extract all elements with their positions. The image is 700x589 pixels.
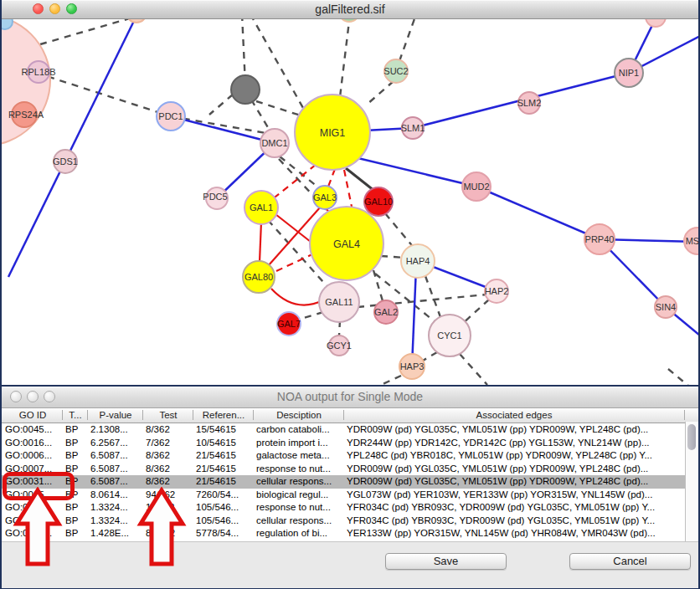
column-divider <box>253 410 254 420</box>
scrollbar-thumb[interactable] <box>687 424 696 450</box>
node-hap4[interactable]: HAP4 <box>401 244 435 278</box>
node-pdc1[interactable]: PDC1 <box>157 102 185 131</box>
cell-go-id: GO:0016... <box>5 437 64 450</box>
node-pdc5[interactable]: PDC5 <box>203 187 228 209</box>
node-slm2[interactable]: SLM2 <box>517 92 542 114</box>
vertical-scrollbar[interactable] <box>685 422 698 541</box>
node-label: GCY1 <box>327 341 352 351</box>
cell-reference: 10/54615 <box>196 437 253 450</box>
node-gds1[interactable]: GDS1 <box>53 150 78 173</box>
cell-type: BP <box>65 423 87 437</box>
node-label: DMC1 <box>261 138 287 148</box>
node-gal10[interactable]: GAL10 <box>364 187 393 216</box>
cell-test: 7/362 <box>146 437 193 450</box>
column-header-type[interactable]: T... <box>64 409 87 422</box>
node-cyc1[interactable]: CYC1 <box>429 315 471 356</box>
node-label: GAL3 <box>313 192 337 202</box>
node-gray[interactable] <box>231 75 260 104</box>
cell-test: 8/362 <box>146 423 193 437</box>
node-top-peach[interactable] <box>126 19 147 23</box>
column-header-associated-edges[interactable]: Associated edges <box>345 409 683 422</box>
node-mud2[interactable]: MUD2 <box>462 172 491 201</box>
labeled-nodes[interactable]: RPL18B RPS24A PDC1 GDS1 DMC1 PDC5 MIG1 S… <box>8 59 698 379</box>
dark-edges <box>346 168 374 191</box>
node-gal7[interactable]: GAL7 <box>277 312 301 335</box>
table-row[interactable]: GO:0045...BP2.1308...8/36215/54615carbon… <box>2 423 698 437</box>
node-label: SLM1 <box>401 123 425 133</box>
cell-reference: 105/546... <box>196 501 253 515</box>
node-label: HAP4 <box>406 256 430 266</box>
node-dmc1[interactable]: DMC1 <box>260 129 289 157</box>
node-label: GAL7 <box>277 319 301 329</box>
node-sin4[interactable]: SIN4 <box>655 296 677 318</box>
table-row[interactable]: GO:0007...BP6.5087...8/36221/54615respon… <box>2 463 698 476</box>
cell-p-value: 6.2567... <box>90 437 142 450</box>
cell-description: response to nut... <box>256 501 343 515</box>
annotation-arrows <box>0 487 201 567</box>
node-label: PRP40 <box>585 234 615 244</box>
node-gal4[interactable]: GAL4 <box>310 207 383 280</box>
node-hap3[interactable]: HAP3 <box>399 354 425 379</box>
node-top-green[interactable] <box>339 19 359 22</box>
column-divider <box>62 410 63 420</box>
table-header: GO ID T... P-value Test Referen... Desci… <box>2 408 698 423</box>
node-label: SLM2 <box>517 98 542 108</box>
cell-associated-edges: YGL073W (pd) YER103W, YER133W (pp) YOR31… <box>347 489 683 502</box>
cell-reference: 7260/54... <box>196 489 253 502</box>
column-divider <box>142 410 143 420</box>
cell-p-value: 2.1308... <box>90 423 142 437</box>
column-header-description[interactable]: Desciption <box>255 409 343 422</box>
cell-associated-edges: YFR034C (pd) YBR093C, YDR009W (pd) YGL03… <box>347 501 683 515</box>
node-slm1[interactable]: SLM1 <box>401 117 425 139</box>
node-label: GAL11 <box>325 297 353 307</box>
node-gal11[interactable]: GAL11 <box>319 282 359 322</box>
cell-description: cellular respons... <box>256 515 343 528</box>
table-row[interactable]: GO:0016...BP6.2567...7/36210/54615protei… <box>2 437 698 450</box>
cancel-button[interactable]: Cancel <box>569 553 691 570</box>
column-header-go-id[interactable]: GO ID <box>3 409 62 422</box>
table-row[interactable]: GO:0006...BP6.5087...8/36221/54615galact… <box>2 449 698 463</box>
node-label: MIG1 <box>320 127 346 139</box>
annotation-arrow-up-1 <box>17 490 59 564</box>
node-gal1[interactable]: GAL1 <box>244 191 278 224</box>
node-gal2[interactable]: GAL2 <box>374 300 398 324</box>
cell-test: 8/362 <box>146 463 193 476</box>
node-label: SUC2 <box>383 66 408 76</box>
node-label: CYC1 <box>437 330 461 341</box>
graph-window-titlebar[interactable]: galFiltered.sif <box>2 0 698 19</box>
cell-associated-edges: YDR009W (pd) YGL035C, YML051W (pp) YDR00… <box>347 475 683 489</box>
node-label: RPL18B <box>22 67 56 77</box>
node-mig1[interactable]: MIG1 <box>295 95 370 170</box>
cell-associated-edges: YER133W (pp) YOR315W, YNL145W (pd) YHR08… <box>347 527 683 540</box>
cell-description: cellular respons... <box>256 475 343 489</box>
column-header-test[interactable]: Test <box>144 409 193 422</box>
noa-window-titlebar[interactable]: NOA output for Single Mode <box>2 387 698 408</box>
node-top-pink[interactable] <box>646 19 666 27</box>
node-suc2[interactable]: SUC2 <box>383 59 408 83</box>
cell-description: carbon cataboli... <box>256 423 343 437</box>
node-label: SIN4 <box>656 302 676 312</box>
annotation-arrow-up-2 <box>141 490 183 564</box>
column-header-reference[interactable]: Referen... <box>194 409 253 422</box>
cell-reference: 5778/54... <box>196 527 253 540</box>
node-label: HAP3 <box>400 361 425 371</box>
network-canvas[interactable]: RPL18B RPS24A PDC1 GDS1 DMC1 PDC5 MIG1 S… <box>2 19 698 385</box>
node-gcy1[interactable]: GCY1 <box>327 335 352 356</box>
cell-associated-edges: YPL248C (pd) YBR018C, YML051W (pp) YDR00… <box>347 449 683 463</box>
cell-go-id: GO:0045... <box>5 423 64 437</box>
cell-type: BP <box>65 449 87 463</box>
node-gal3[interactable]: GAL3 <box>313 186 337 209</box>
column-header-p-value[interactable]: P-value <box>89 409 142 422</box>
save-button[interactable]: Save <box>385 553 507 570</box>
cell-test: 8/362 <box>146 449 193 463</box>
node-label: RPS24A <box>8 110 44 120</box>
cell-description: regulation of bi... <box>256 527 343 540</box>
cell-reference: 21/54615 <box>196 475 253 489</box>
node-hap2[interactable]: HAP2 <box>485 279 509 303</box>
node-gal80[interactable]: GAL80 <box>243 261 275 293</box>
node-prp40[interactable]: PRP40 <box>584 224 615 254</box>
node-label: PDC1 <box>158 111 183 121</box>
node-msl1[interactable]: MSL1 <box>684 228 698 254</box>
node-label: MUD2 <box>463 182 489 192</box>
node-nip1[interactable]: NIP1 <box>615 59 643 87</box>
